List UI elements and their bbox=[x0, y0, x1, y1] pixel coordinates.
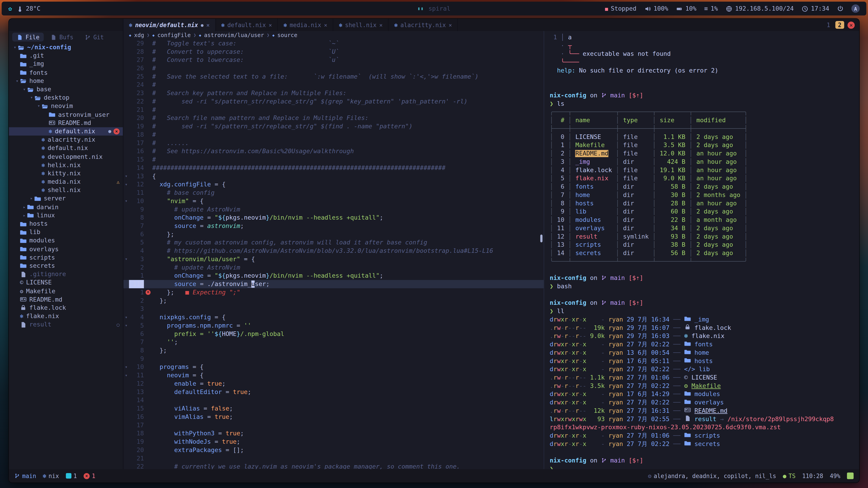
buffer-tab[interactable]: ❄default.nix× bbox=[216, 19, 278, 31]
tree-item[interactable]: ❄media.nix⚠ bbox=[9, 177, 123, 186]
user-avatar[interactable]: A bbox=[851, 4, 860, 13]
tree-item[interactable]: ▸server bbox=[9, 195, 123, 203]
close-icon[interactable]: × bbox=[847, 21, 855, 29]
module-network[interactable]: 192.168.5.100/24 bbox=[725, 5, 794, 12]
pause-icon[interactable]: ▮▮ bbox=[417, 6, 424, 11]
buffer-tab[interactable]: ❄shell.nix× bbox=[333, 19, 389, 31]
git-branch[interactable]: main bbox=[14, 473, 36, 479]
chevron-right-icon[interactable]: ▸ bbox=[22, 204, 27, 209]
editor-line[interactable]: 28# Convert to uppercase: `U` bbox=[123, 48, 544, 56]
editor-line[interactable]: 9 # update AstroNvim bbox=[123, 205, 544, 214]
editor-line[interactable]: ▾3 "astronvim/lua/user" = { bbox=[123, 255, 544, 263]
editor-line[interactable]: 1× };■ Expecting ";" bbox=[123, 288, 544, 297]
chevron-down-icon[interactable]: ▾ bbox=[14, 78, 20, 84]
tree-item[interactable]: ❄development.nix bbox=[9, 153, 123, 161]
tree-item[interactable]: fonts bbox=[9, 68, 123, 77]
breadcrumb-item[interactable]: xdg bbox=[134, 32, 144, 38]
scrollbar-thumb[interactable] bbox=[540, 234, 542, 242]
chevron-down-icon[interactable]: ▾ bbox=[36, 104, 41, 109]
editor-line[interactable]: ▾12 xdg.configFile = { bbox=[123, 180, 544, 189]
tree-item[interactable]: modules bbox=[9, 236, 123, 245]
editor-line[interactable]: 2 # update AstroNvim bbox=[123, 263, 544, 272]
editor-line[interactable]: 9 bbox=[123, 355, 544, 363]
editor-line[interactable]: 16# See https://astronvim.com/Basic%20Us… bbox=[123, 147, 544, 156]
editor-line[interactable]: 22 # currently we use lazy.nvim as neovi… bbox=[123, 462, 544, 469]
editor-line[interactable]: 1 onChange = "${pkgs.neovim}/bin/nvim --… bbox=[123, 271, 544, 280]
editor-line[interactable]: 17# ...... bbox=[123, 139, 544, 147]
tree-item[interactable]: scripts bbox=[9, 253, 123, 262]
editor-line[interactable]: 22# sed -ri "s/pattern_str/replace_str/g… bbox=[123, 97, 544, 106]
editor-line[interactable]: 20 extraPackages = []; bbox=[123, 446, 544, 454]
tree-item[interactable]: astronvim_user bbox=[9, 110, 123, 119]
editor-line[interactable]: 13 defaultEditor = true; bbox=[123, 388, 544, 396]
close-icon[interactable]: × bbox=[269, 22, 272, 28]
tree-item[interactable]: overlays bbox=[9, 245, 123, 253]
close-icon[interactable]: × bbox=[379, 22, 383, 28]
editor-line[interactable]: 21 bbox=[123, 454, 544, 463]
editor-line[interactable]: 26# bbox=[123, 64, 544, 72]
chevron-down-icon[interactable]: ▾ bbox=[22, 87, 27, 92]
breadcrumb-item[interactable]: source bbox=[277, 32, 297, 38]
tree-item[interactable]: ❄helix.nix bbox=[9, 161, 123, 169]
tree-item[interactable]: ▸darwin bbox=[9, 203, 123, 211]
tree-item[interactable]: flake.lock bbox=[9, 304, 123, 312]
module-clock[interactable]: 17:34 bbox=[802, 5, 829, 12]
chevron-down-icon[interactable]: ▾ bbox=[29, 95, 34, 100]
editor-line[interactable]: 19# sed -ri "s/pattern_str/replace_str/g… bbox=[123, 122, 544, 131]
tree-item[interactable]: hosts bbox=[9, 220, 123, 228]
tree-item[interactable]: _img bbox=[9, 60, 123, 68]
chevron-right-icon[interactable]: ▸ bbox=[29, 196, 34, 201]
editor-line[interactable]: 7 ''; bbox=[123, 338, 544, 346]
tree-item[interactable]: ❄default.nix●× bbox=[9, 127, 123, 135]
sidebar-tab-bufs[interactable]: Bufs bbox=[46, 33, 78, 41]
editor-line[interactable]: 7 source = astronvim; bbox=[123, 222, 544, 230]
editor-line[interactable]: 8 onChange = "${pkgs.neovim}/bin/nvim --… bbox=[123, 214, 544, 222]
tree-item[interactable]: ❄flake.nix bbox=[9, 312, 123, 320]
sidebar-tab-file[interactable]: File bbox=[12, 33, 44, 41]
close-icon[interactable]: × bbox=[324, 22, 327, 28]
editor-line[interactable]: 6 prefix = ''${HOME}/.npm-global bbox=[123, 330, 544, 338]
tree-item[interactable]: README.md bbox=[9, 295, 123, 304]
buffer-tab[interactable]: ❄media.nix× bbox=[278, 19, 333, 31]
editor-line[interactable]: 25# Save the selected text to a file: `:… bbox=[123, 72, 544, 81]
tree-item[interactable]: secrets bbox=[9, 262, 123, 270]
tree-item[interactable]: ▾neovim bbox=[9, 102, 123, 110]
tree-item[interactable]: lib bbox=[9, 228, 123, 236]
editor-line[interactable]: 110 source = ./astronvim_user; bbox=[123, 280, 544, 288]
tree-item[interactable]: ▾base bbox=[9, 85, 123, 94]
module-volume[interactable]: 100% bbox=[644, 5, 669, 12]
editor-line[interactable]: 15# bbox=[123, 156, 544, 164]
module-cpu[interactable]: ≡ 1% bbox=[704, 5, 718, 12]
editor-line[interactable]: ▾4 nixpkgs.config = { bbox=[123, 313, 544, 322]
editor-line[interactable]: ▾11 neovim = { bbox=[123, 371, 544, 380]
tree-item[interactable]: ❄default.nix bbox=[9, 144, 123, 152]
diagnostic-info[interactable]: 1 bbox=[66, 473, 77, 479]
tree-item[interactable]: ©LICENSE bbox=[9, 278, 123, 287]
power-icon[interactable] bbox=[837, 5, 844, 12]
editor-line[interactable]: 2 }; bbox=[123, 297, 544, 305]
editor-line[interactable]: ▾13{ bbox=[123, 172, 544, 181]
editor-line[interactable]: 4 # https://github.com/AstroNvim/AstroNv… bbox=[123, 247, 544, 255]
chevron-right-icon[interactable]: ▸ bbox=[22, 213, 27, 218]
tabpage-2[interactable]: 2 bbox=[835, 21, 844, 29]
editor-line[interactable]: 19 withNodeJs = true; bbox=[123, 437, 544, 446]
close-icon[interactable]: × bbox=[206, 22, 210, 28]
editor-line[interactable]: 23# Search key pattern and Replace in Mu… bbox=[123, 89, 544, 97]
editor-line[interactable]: 17 bbox=[123, 421, 544, 429]
editor-line[interactable]: 3 bbox=[123, 305, 544, 313]
tree-item[interactable]: ▾desktop bbox=[9, 94, 123, 102]
tree-item[interactable]: ❄alacritty.nix bbox=[9, 135, 123, 144]
sidebar-tab-git[interactable]: Git bbox=[80, 33, 108, 41]
tree-item[interactable]: ▾home bbox=[9, 77, 123, 85]
editor-line[interactable]: 20# Search file name pattern and Replace… bbox=[123, 114, 544, 122]
lsp-clients[interactable]: ⚙ alejandra, deadnix, copilot, nil_ls bbox=[648, 473, 776, 479]
breadcrumb-item[interactable]: astronvim/lua/user bbox=[204, 32, 264, 38]
tree-item[interactable]: .git bbox=[9, 52, 123, 60]
module-status[interactable]: ■ Stopped bbox=[605, 5, 636, 12]
tree-item[interactable]: ⚙Makefile bbox=[9, 287, 123, 295]
editor-line[interactable]: ▾10 programs = { bbox=[123, 363, 544, 371]
buffer-tab[interactable]: ❄neovim/default.nix●× bbox=[123, 19, 216, 31]
tree-item[interactable]: ❄kitty.nix bbox=[9, 169, 123, 177]
module-disk[interactable]: 10% bbox=[676, 5, 696, 12]
editor[interactable]: ◆xdg❯◆configFile❯◆astronvim/lua/user❯◆so… bbox=[123, 31, 544, 469]
